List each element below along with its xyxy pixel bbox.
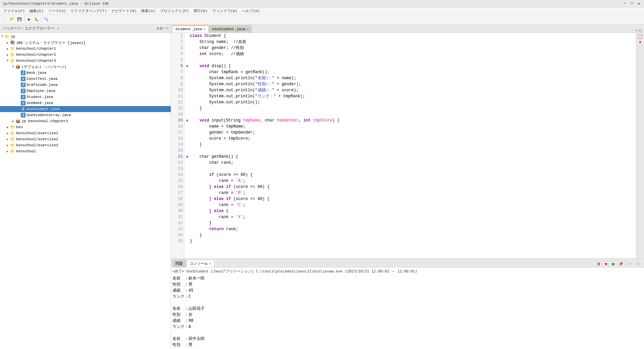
code-line-12: System.out.println(); <box>186 99 635 105</box>
bookmark-icon[interactable]: ● <box>639 40 641 45</box>
package-explorer-close-icon[interactable]: ✕ <box>57 27 59 31</box>
tab-console[interactable]: コンソール ✕ <box>186 260 214 267</box>
tree-item-15[interactable]: ▶📁ken <box>0 124 171 130</box>
tree-item-4[interactable]: ▼📁kenschool/chapter3 <box>0 58 171 64</box>
tree-item-3[interactable]: ▶📁kenschool/chapter2 <box>0 52 171 58</box>
tree-arrow-14: ▶ <box>12 119 15 123</box>
tree-item-7[interactable]: JConstTest.java <box>0 76 171 82</box>
console-line-4 <box>172 299 643 305</box>
search-button[interactable]: 🔍 <box>43 16 50 23</box>
save-button[interactable]: 💾 <box>16 16 23 23</box>
tree-item-17[interactable]: ▶📁kenschool/exercise2 <box>0 136 171 142</box>
tree-item-10[interactable]: JStudent.java <box>0 94 171 100</box>
toolbar: 📄 📂 💾 ▶ 🐛 🔍 <box>0 15 644 24</box>
tree-item-16[interactable]: ▶📁kenschool/exercise1 <box>0 130 171 136</box>
menu-item-プロジェクト[interactable]: プロジェクト(P) <box>158 8 191 14</box>
problems-label: 問題 <box>175 261 183 266</box>
tree-label-3: kenschool/chapter2 <box>16 53 56 57</box>
console-tab-close[interactable]: ✕ <box>209 262 211 266</box>
maximize-button[interactable]: □ <box>630 1 635 6</box>
menu-item-ナビゲート[interactable]: ナビゲート(N) <box>109 8 139 14</box>
tree-item-11[interactable]: JUseBank.java <box>0 100 171 106</box>
code-token <box>190 63 200 69</box>
tree-label-7: ConstTest.java <box>26 77 57 81</box>
menu-item-実行[interactable]: 実行(R) <box>192 8 210 14</box>
tab-student-java[interactable]: Student.java ✕ <box>172 25 208 33</box>
tree-icon-14: 📦 <box>15 119 21 123</box>
editor-tabs: Student.java ✕ UseStudent.java ✕ ─ □ <box>171 24 644 33</box>
code-token: , <box>299 117 303 123</box>
collapse-icon[interactable]: ⊟ <box>157 27 159 31</box>
tree-item-13[interactable]: JUseStudentArray.java <box>0 112 171 118</box>
tree-arrow-5: ▼ <box>12 65 15 68</box>
menu-item-ヘルプ[interactable]: ヘルプ(H) <box>240 8 262 14</box>
code-line-3: char gender; //性別 <box>186 45 635 51</box>
line-number-34: 34 <box>172 232 183 238</box>
menu-item-編集[interactable]: 編集(E) <box>28 8 46 14</box>
menu-item-ソース[interactable]: ソース(S) <box>46 8 68 14</box>
code-token: char getRank() { <box>190 154 238 160</box>
tree-item-14[interactable]: ▶📦jp.kenschool.chapter3 <box>0 118 171 124</box>
maximize-console-icon[interactable]: □ <box>635 260 641 267</box>
code-token: ; <box>243 202 245 208</box>
line-number-32: 32 <box>172 220 183 226</box>
code-editor-wrapper: 1234567891011121314151617181920212223242… <box>171 33 644 258</box>
menu-item-検索[interactable]: 検索(A) <box>139 8 157 14</box>
code-token: 'A' <box>236 178 243 184</box>
line-number-12: 12 <box>172 99 183 105</box>
bottom-tabs: 問題 コンソール ✕ 🗑 ■ ▶ 📌 ─ □ <box>171 259 644 267</box>
tree-item-18[interactable]: ▶📁kenschool/exercise3 <box>0 142 171 148</box>
menu-item-ウィンドウ[interactable]: ウィンドウ(W) <box>210 8 239 14</box>
menu-icon[interactable]: ☰ <box>160 27 163 31</box>
tree-icon-13: J <box>21 113 25 117</box>
minimize-panel-icon[interactable]: ─ <box>163 27 165 31</box>
tab-usestudent-close[interactable]: ✕ <box>247 27 249 31</box>
open-button[interactable]: 📂 <box>9 16 15 23</box>
toolbar-separator-2 <box>41 16 42 22</box>
tree-item-0[interactable]: ▼📁jp <box>0 34 171 40</box>
minimize-button[interactable]: ─ <box>623 1 628 6</box>
tree-item-2[interactable]: ▶📁kenschool/chapter1 <box>0 46 171 52</box>
stop-button[interactable]: ■ <box>603 260 609 267</box>
menu-item-ファイル[interactable]: ファイル(F) <box>1 8 27 14</box>
fold-marker-21[interactable]: ● <box>186 154 190 160</box>
console-toolbar: 🗑 ■ ▶ 📌 ─ □ <box>595 260 643 267</box>
tree-item-5[interactable]: ▼📦(デフォルト・パッケージ) <box>0 64 171 70</box>
code-editor[interactable]: 1234567891011121314151617181920212223242… <box>171 33 636 258</box>
code-token: gender = tmpGender; <box>190 130 255 136</box>
task-list-icon[interactable]: 📋 <box>638 34 643 39</box>
line-number-28: 28 <box>172 196 183 202</box>
minimize-console-icon[interactable]: ─ <box>627 260 634 267</box>
tree-icon-3: 📁 <box>10 52 15 57</box>
menu-item-リファクタリング[interactable]: リファクタリング(T) <box>68 8 109 14</box>
code-token: ; <box>243 178 245 184</box>
tree-item-9[interactable]: JEmployee.java <box>0 88 171 94</box>
clear-console-button[interactable]: 🗑 <box>595 260 602 267</box>
rerun-button[interactable]: ▶ <box>610 260 617 267</box>
run-button[interactable]: ▶ <box>26 16 33 23</box>
maximize-editor-icon[interactable]: □ <box>639 29 641 33</box>
close-button[interactable]: ✕ <box>636 1 641 6</box>
minimize-editor-icon[interactable]: ─ <box>636 29 638 33</box>
fold-marker-6[interactable]: ● <box>186 63 190 69</box>
line-number-9: 9 <box>172 81 183 87</box>
code-token: rank = <box>190 202 236 208</box>
tree-item-1[interactable]: ▶📚JRE システム・ライブラリー [java11] <box>0 40 171 46</box>
tree-item-12[interactable]: JUseStudent.java <box>0 106 171 112</box>
code-token: ; <box>243 214 245 220</box>
pin-button[interactable]: 📌 <box>618 260 624 267</box>
code-token: tmpScore <box>313 117 332 123</box>
maximize-panel-icon[interactable]: □ <box>166 27 168 31</box>
editor-area: Student.java ✕ UseStudent.java ✕ ─ □ 123… <box>171 24 644 349</box>
code-token: return <box>209 226 224 232</box>
tree-item-19[interactable]: ▶📁kenschool <box>0 148 171 154</box>
debug-button[interactable]: 🐛 <box>33 16 40 23</box>
tab-usestudent-java[interactable]: UseStudent.java ✕ <box>209 25 252 33</box>
fold-marker-15[interactable]: ● <box>186 117 190 123</box>
new-button[interactable]: 📄 <box>1 16 8 23</box>
tab-problems[interactable]: 問題 <box>172 260 186 267</box>
tree-item-8[interactable]: JDraftCode.java <box>0 82 171 88</box>
tab-student-close[interactable]: ✕ <box>203 27 205 31</box>
code-content[interactable]: class Student { String name; //名前 char g… <box>184 33 636 258</box>
tree-item-6[interactable]: JBank.java <box>0 70 171 76</box>
